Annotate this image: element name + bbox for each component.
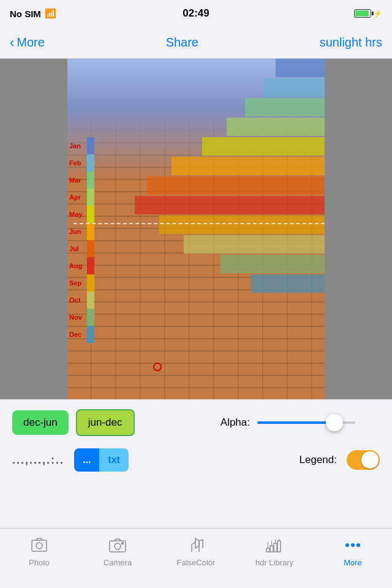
month-labels: JanFebMarAprMayJunJulAugSepOctNovDec: [67, 137, 87, 343]
dots-txt-button[interactable]: ... txt: [74, 448, 129, 472]
photo-icon: [29, 535, 50, 556]
location-marker: [153, 363, 162, 371]
dots-part: ...: [74, 448, 99, 472]
back-button[interactable]: ‹ More: [10, 35, 45, 51]
color-stripe-feb: [87, 154, 94, 172]
color-stripe-aug: [87, 257, 94, 274]
month-label-may: May: [67, 206, 87, 223]
color-stripe-oct: [87, 292, 94, 309]
more-icon: [342, 535, 363, 556]
color-stripe-dec: [87, 326, 94, 343]
color-stripe-mar: [87, 172, 94, 189]
alpha-slider-container: [257, 421, 380, 424]
alpha-slider[interactable]: [257, 421, 355, 424]
tab-falsecolor[interactable]: FalseColor: [157, 535, 235, 567]
svg-rect-8: [277, 541, 281, 552]
svg-rect-5: [266, 548, 270, 552]
wifi-icon: 📶: [45, 8, 56, 19]
clock: 02:49: [183, 7, 209, 20]
svg-point-9: [345, 543, 349, 547]
color-stripe-apr: [87, 189, 94, 206]
battery-body: [354, 9, 371, 18]
month-label-dec: Dec: [67, 326, 87, 343]
falsecolor-icon: [186, 535, 206, 556]
dotted-line: [74, 223, 325, 224]
color-stripe-jul: [87, 240, 94, 257]
dec-jun-button[interactable]: dec-jun: [12, 410, 69, 435]
color-stripe-nov: [87, 309, 94, 326]
jun-dec-button[interactable]: jun-dec: [76, 409, 135, 436]
tab-camera[interactable]: Camera: [78, 535, 157, 567]
hdr-icon: [264, 535, 285, 556]
stair-bar-9: [184, 235, 325, 254]
color-stripe-jan: [87, 137, 94, 154]
stair-bar-7: [135, 196, 325, 214]
legend-label: Legend:: [300, 454, 337, 466]
svg-point-3: [115, 543, 121, 549]
svg-point-10: [351, 543, 355, 547]
stair-bar-2: [245, 98, 325, 116]
stair-bar-3: [227, 118, 325, 136]
tab-photo[interactable]: Photo: [0, 535, 78, 567]
staircase-bars: [92, 59, 325, 316]
tab-photo-label: Photo: [29, 558, 50, 567]
stair-bar-1: [263, 78, 325, 97]
month-label-nov: Nov: [67, 309, 87, 326]
svg-rect-0: [32, 540, 47, 551]
svg-point-11: [356, 543, 360, 547]
month-label-sep: Sep: [67, 274, 87, 292]
carrier-label: No SIM: [10, 9, 41, 19]
share-button[interactable]: Share: [166, 36, 198, 50]
back-chevron-icon: ‹: [10, 35, 14, 51]
tab-more-label: More: [344, 558, 362, 567]
txt-part: txt: [99, 448, 129, 472]
battery-area: ⚡: [354, 9, 382, 18]
stair-bar-11: [251, 274, 325, 293]
month-label-jan: Jan: [67, 137, 87, 154]
month-label-jul: Jul: [67, 240, 87, 257]
stair-bar-5: [172, 157, 325, 175]
stair-bar-6: [147, 176, 325, 195]
dots-display: ...,...,.:..: [12, 454, 64, 467]
month-label-feb: Feb: [67, 154, 87, 172]
tab-hdrlibrary[interactable]: hdr Library: [235, 535, 314, 567]
tab-falsecolor-label: FalseColor: [177, 558, 216, 567]
status-bar: No SIM 📶 02:49 ⚡: [0, 0, 392, 27]
controls-area: dec-jun jun-dec Alpha: ...,...,.:.. ... …: [0, 399, 392, 481]
svg-point-4: [122, 543, 124, 545]
tab-more[interactable]: More: [314, 535, 392, 567]
svg-rect-7: [274, 543, 277, 552]
alpha-label: Alpha:: [221, 417, 250, 429]
charging-bolt: ⚡: [374, 10, 382, 18]
color-stripe-jun: [87, 223, 94, 240]
color-stripe-sep: [87, 274, 94, 292]
nav-bar: ‹ More Share sunlight hrs: [0, 27, 392, 59]
stair-bar-4: [202, 137, 325, 156]
carrier-wifi: No SIM 📶: [10, 8, 56, 19]
battery-icon: [354, 9, 371, 18]
month-color-stripe: [87, 137, 94, 343]
toggle-knob: [361, 451, 379, 469]
color-stripe-may: [87, 206, 94, 223]
svg-rect-6: [270, 546, 273, 552]
controls-row2: ...,...,.:.. ... txt Legend:: [12, 448, 380, 472]
sunlight-hrs-button[interactable]: sunlight hrs: [320, 36, 382, 50]
battery-fill: [355, 10, 369, 17]
month-label-apr: Apr: [67, 189, 87, 206]
stair-bar-10: [221, 255, 325, 273]
photo-area: JanFebMarAprMayJunJulAugSepOctNovDec: [67, 59, 325, 399]
camera-icon: [107, 535, 128, 556]
tab-camera-label: Camera: [104, 558, 132, 567]
month-label-mar: Mar: [67, 172, 87, 189]
image-container: JanFebMarAprMayJunJulAugSepOctNovDec: [0, 59, 392, 399]
tab-hdrlibrary-label: hdr Library: [255, 558, 293, 567]
legend-toggle[interactable]: [347, 450, 380, 470]
month-label-jun: Jun: [67, 223, 87, 240]
month-label-oct: Oct: [67, 292, 87, 309]
month-label-aug: Aug: [67, 257, 87, 274]
stair-bar-8: [159, 216, 325, 234]
svg-point-1: [36, 543, 42, 549]
controls-row1: dec-jun jun-dec Alpha:: [12, 409, 380, 436]
tab-bar: Photo Camera FalseColor: [0, 528, 392, 588]
stair-bar-0: [276, 59, 325, 77]
